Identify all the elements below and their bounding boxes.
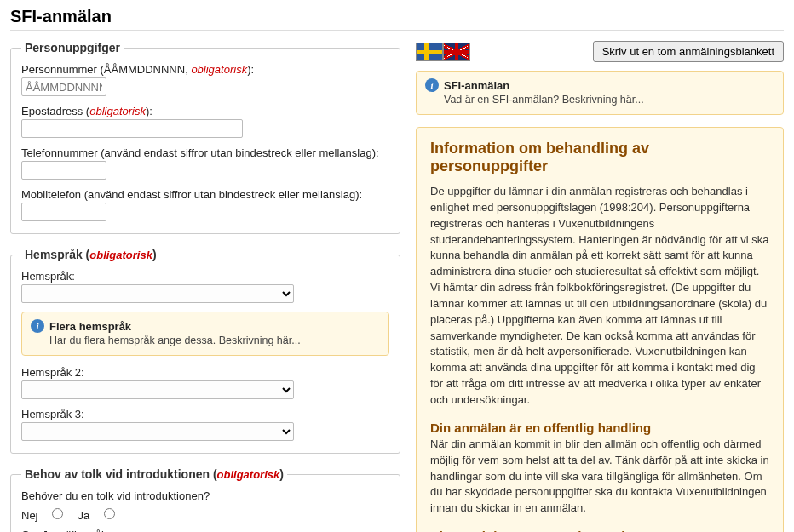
info-icon: i [31, 319, 44, 333]
sfi-intro-title: SFI-anmälan [444, 79, 509, 92]
sfi-intro-desc: Vad är en SFI-anmälan? Beskrivning här..… [425, 94, 774, 106]
interpreter-legend: Behov av tolk vid introduktionen (obliga… [21, 467, 287, 481]
interpreter-ifyes: Om Ja, välj språk: [21, 529, 389, 532]
email-label: Epostadress (obligatorisk): [21, 105, 389, 117]
left-column: Personuppgifger Personnummer (ÅÅMMDDNNNN… [10, 41, 400, 532]
gdpr-subheading-public: Din anmälan är en offentlig handling [430, 420, 769, 435]
info-icon: i [425, 78, 439, 92]
lang2-select[interactable] [21, 380, 294, 399]
lang2-label: Hemspråk 2: [21, 366, 389, 379]
pnr-input[interactable] [21, 77, 106, 96]
interpreter-yes-radio[interactable] [104, 508, 115, 519]
language-fieldset: Hemspråk (obligatorisk) Hemspråk: i Fler… [10, 248, 400, 454]
lang1-select[interactable] [21, 284, 294, 303]
lang2-row: Hemspråk 2: [21, 366, 389, 399]
lang3-select[interactable] [21, 422, 294, 441]
print-blank-form-button[interactable]: Skriv ut en tom anmälningsblankett [593, 41, 784, 62]
divider [10, 30, 784, 31]
email-field[interactable] [21, 119, 243, 138]
email-row: Epostadress (obligatorisk): [21, 105, 389, 138]
gdpr-paragraph-2: När din anmälan kommit in blir den allmä… [430, 437, 769, 517]
sfi-intro-info: i SFI-anmälan Vad är en SFI-anmälan? Bes… [416, 71, 784, 115]
interpreter-radios: Nej Ja [21, 506, 389, 522]
lang3-label: Hemspråk 3: [21, 408, 389, 420]
pnr-label: Personnummer (ÅÅMMDDNNNN, obligatorisk): [21, 63, 389, 76]
sfi-intro-header: i SFI-anmälan [425, 78, 774, 92]
lang1-row: Hemspråk: [21, 270, 389, 303]
personal-legend: Personuppgifger [21, 41, 124, 54]
gdpr-paragraph-1: De uppgifter du lämnar i din anmälan reg… [430, 184, 769, 409]
interpreter-no-label: Nej [21, 509, 38, 522]
interpreter-yes-label: Ja [78, 509, 90, 522]
flag-sweden-icon[interactable] [416, 43, 443, 61]
multiple-lang-info-header: i Flera hemspråk [31, 319, 380, 333]
main-columns: Personuppgifger Personnummer (ÅÅMMDDNNNN… [10, 41, 784, 532]
phone-row: Telefonnummer (använd endast siffror uta… [21, 146, 389, 180]
lang3-row: Hemspråk 3: [21, 408, 389, 441]
interpreter-question: Behöver du en tolk vid introduktionen? [21, 489, 389, 502]
flag-uk-icon[interactable] [443, 43, 470, 61]
page-title: SFI-anmälan [10, 7, 784, 26]
interpreter-no-radio[interactable] [52, 508, 63, 519]
personal-fieldset: Personuppgifger Personnummer (ÅÅMMDDNNNN… [10, 41, 400, 234]
multiple-lang-info-desc: Har du flera hemspråk ange dessa. Beskri… [31, 335, 380, 346]
phone-label: Telefonnummer (använd endast siffror uta… [21, 146, 389, 159]
gdpr-box: Information om behandling av personuppgi… [416, 127, 784, 532]
multiple-lang-info-title: Flera hemspråk [49, 320, 131, 333]
interpreter-fieldset: Behov av tolk vid introduktionen (obliga… [10, 467, 400, 532]
language-legend: Hemspråk (obligatorisk) [21, 248, 160, 261]
multiple-lang-info: i Flera hemspråk Har du flera hemspråk a… [21, 312, 389, 356]
pnr-row: Personnummer (ÅÅMMDDNNNN, obligatorisk): [21, 63, 389, 96]
right-column: Skriv ut en tom anmälningsblankett i SFI… [416, 41, 784, 532]
mobile-row: Mobiltelefon (använd endast siffror utan… [21, 188, 389, 221]
phone-field[interactable] [21, 161, 106, 180]
lang1-label: Hemspråk: [21, 270, 389, 283]
gdpr-heading: Information om behandling av personuppgi… [430, 140, 769, 175]
mobile-field[interactable] [21, 203, 106, 221]
right-topbar: Skriv ut en tom anmälningsblankett [416, 41, 784, 62]
mobile-label: Mobiltelefon (använd endast siffror utan… [21, 188, 389, 201]
gdpr-subheading-rights: Dina rättigheter som registrerad [430, 529, 769, 532]
language-flags [416, 43, 470, 61]
